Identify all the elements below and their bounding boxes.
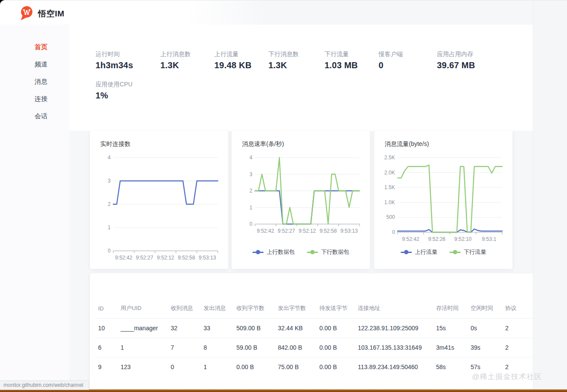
- cell: 0.00 B: [234, 357, 275, 377]
- stat-value: 19.48 KB: [214, 60, 268, 70]
- legend-line-icon: [252, 252, 264, 253]
- chart-plot-0: 432109:52:429:52:279:52:129:52:589:53:13: [99, 152, 220, 266]
- sidebar-item-4[interactable]: 会话: [0, 107, 69, 125]
- legend-item-下行流量[interactable]: 下行流量: [449, 248, 486, 256]
- stat-value: 39.67 MB: [437, 60, 506, 70]
- cell: 58s: [433, 357, 468, 377]
- svg-text:500: 500: [386, 214, 395, 220]
- cell: 123: [118, 357, 168, 377]
- app-title: 悟空IM: [38, 8, 64, 19]
- stat-label: 下行消息数: [268, 51, 325, 58]
- legend-label: 上行流量: [415, 248, 437, 256]
- col-header-0: ID: [96, 300, 118, 319]
- svg-text:1: 1: [249, 205, 252, 211]
- stat-label: 运行时间: [96, 51, 160, 58]
- svg-text:4: 4: [249, 155, 252, 161]
- sidebar: 首页频道消息连接会话: [0, 25, 69, 392]
- stat-row1-2: 上行流量19.48 KB: [214, 51, 268, 70]
- cell: 3m41s: [433, 338, 468, 357]
- svg-text:9:53:1: 9:53:1: [482, 236, 497, 242]
- cell: 2: [503, 338, 533, 357]
- svg-text:9:52:42: 9:52:42: [402, 236, 419, 242]
- sidebar-item-2[interactable]: 消息: [0, 73, 69, 90]
- svg-text:9:52:10: 9:52:10: [454, 236, 471, 242]
- stat-value: 1.03 MB: [325, 60, 379, 70]
- stat-row1-5: 慢客户端0: [379, 51, 437, 70]
- right-gutter: [533, 0, 567, 392]
- chart-title: 消息流量(byte/s): [385, 140, 429, 148]
- svg-text:3: 3: [108, 178, 111, 184]
- cell: 0.00 B: [317, 338, 355, 357]
- chart-plot-2: 2.5K2.0K1.5K1.0K50009:52:429:52:269:52:1…: [383, 152, 504, 247]
- legend-item-上行流量[interactable]: 上行流量: [401, 248, 437, 256]
- cell: 0: [168, 357, 201, 377]
- legend-line-icon: [449, 252, 461, 253]
- wukong-im-logo-icon: [19, 5, 34, 22]
- stat-value: 1h3m34s: [96, 60, 160, 70]
- cell: 113.89.234.149:50460: [355, 357, 433, 377]
- legend-item-上行数据包[interactable]: 上行数据包: [252, 248, 295, 256]
- svg-text:0: 0: [249, 221, 252, 227]
- svg-text:9:52:27: 9:52:27: [278, 228, 295, 234]
- col-header-2: 收到消息: [168, 300, 201, 319]
- table-row-1: 617859.00 B842.00 B0.00 B103.167.135.133…: [96, 338, 533, 357]
- chart-plot-1: 432109:52:429:52:279:52:129:52:589:53:13: [240, 152, 361, 239]
- legend-label: 下行流量: [464, 248, 486, 256]
- svg-text:2: 2: [108, 201, 111, 207]
- col-header-5: 发出字节数: [275, 300, 317, 319]
- svg-text:9:52:12: 9:52:12: [157, 255, 174, 261]
- cell: 15s: [433, 319, 468, 338]
- stat-row1-1: 上行消息数1.3K: [160, 51, 214, 70]
- stat-value: 0: [379, 60, 437, 70]
- cell: 39s: [468, 338, 503, 357]
- col-header-1: 用户UID: [118, 300, 168, 319]
- cell: 842.00 B: [275, 338, 317, 357]
- svg-text:1: 1: [108, 224, 111, 231]
- browser-status-url: monitor.githubim.com/web/channel: [0, 380, 89, 390]
- svg-text:4: 4: [108, 155, 111, 161]
- sidebar-item-0[interactable]: 首页: [0, 38, 69, 56]
- stat-label: 慢客户端: [379, 51, 437, 58]
- app-window: 悟空IM 首页频道消息连接会话 运行时间1h3m34s上行消息数1.3K上行流量…: [0, 0, 567, 392]
- svg-text:9:52:42: 9:52:42: [257, 228, 274, 234]
- stat-value: 1.3K: [268, 60, 325, 70]
- cell: 32: [168, 319, 201, 338]
- legend-line-icon: [307, 252, 318, 253]
- connections-table: ID用户UID收到消息发出消息收到字节数发出字节数待发送字节连接地址存活时间空闲…: [96, 300, 533, 376]
- table-header-row: ID用户UID收到消息发出消息收到字节数发出字节数待发送字节连接地址存活时间空闲…: [96, 300, 533, 319]
- svg-text:1.5K: 1.5K: [384, 184, 395, 190]
- table-row-0: 10____manager3233509.00 B32.44 KB0.00 B1…: [96, 319, 533, 338]
- col-header-7: 连接地址: [355, 300, 433, 319]
- stat-row1-4: 下行流量1.03 MB: [325, 51, 379, 70]
- sidebar-item-1[interactable]: 频道: [0, 56, 69, 73]
- sidebar-item-3[interactable]: 连接: [0, 90, 69, 107]
- stat-label: 下行流量: [325, 51, 379, 58]
- svg-text:9:52:12: 9:52:12: [299, 228, 316, 234]
- stat-label: 应用使用CPU: [96, 81, 160, 89]
- cell: 75.00 B: [275, 357, 317, 377]
- col-header-8: 存活时间: [433, 300, 468, 319]
- svg-text:9:53:13: 9:53:13: [199, 255, 216, 261]
- svg-text:9:52:27: 9:52:27: [136, 255, 153, 261]
- chart-card-2: 消息流量(byte/s)2.5K2.0K1.5K1.0K50009:52:429…: [374, 131, 513, 269]
- stat-value: 1%: [96, 91, 160, 101]
- chart-title: 消息速率(条/秒): [242, 140, 284, 148]
- cell: ____manager: [118, 319, 168, 338]
- brand[interactable]: 悟空IM: [19, 5, 64, 22]
- legend-item-下行数据包[interactable]: 下行数据包: [307, 248, 349, 256]
- legend-line-icon: [401, 252, 412, 253]
- cell: 32.44 KB: [275, 319, 317, 338]
- svg-text:9:52:26: 9:52:26: [428, 236, 446, 242]
- connections-table-card: ID用户UID收到消息发出消息收到字节数发出字节数待发送字节连接地址存活时间空闲…: [90, 273, 533, 392]
- col-header-4: 收到字节数: [234, 300, 275, 319]
- svg-text:1.0K: 1.0K: [384, 199, 395, 205]
- cell: 122.238.91.109:25009: [355, 319, 433, 338]
- stats-panel: 运行时间1h3m34s上行消息数1.3K上行流量19.48 KB下行消息数1.3…: [69, 25, 533, 131]
- col-header-3: 发出消息: [201, 300, 234, 319]
- stat-label: 上行消息数: [160, 51, 214, 58]
- stat-label: 上行流量: [214, 51, 268, 58]
- stat-value: 1.3K: [160, 60, 214, 70]
- chart-legend: 上行流量下行流量: [374, 248, 513, 256]
- svg-text:9:53:13: 9:53:13: [341, 228, 358, 234]
- chart-card-0: 实时连接数432109:52:429:52:279:52:129:52:589:…: [90, 131, 228, 269]
